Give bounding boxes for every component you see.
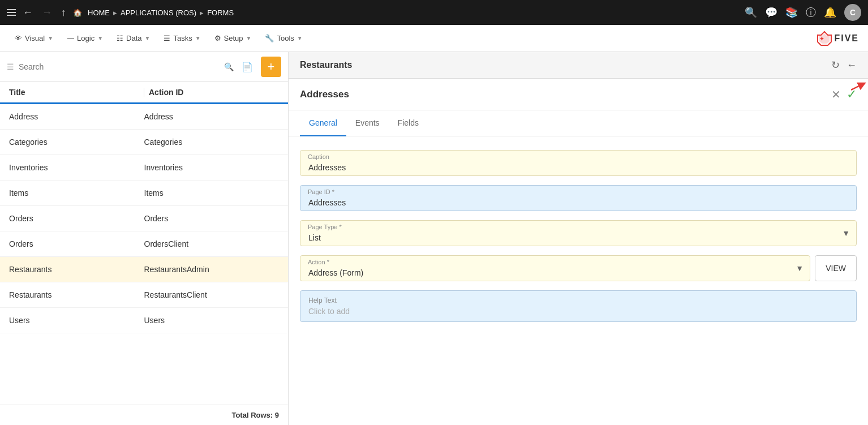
nav-tools[interactable]: 🔧 Tools ▼ [259,31,308,46]
svg-text:✦: ✦ [819,36,824,42]
eye-icon: 👁 [15,34,22,42]
left-panel: ☰ 🔍 📄 + Title Action ID Address Address … [0,52,289,425]
search-bar: ☰ 🔍 📄 + [0,52,288,82]
search-input[interactable] [19,62,220,71]
action-field: Address (Form) Action * ▼ VIEW [300,255,857,281]
breadcrumb: 🏠 HOME ▸ APPLICATIONS (ROS) ▸ FORMS [73,8,740,17]
five-logo-icon: ✦ [817,31,832,46]
chat-icon[interactable]: 💬 [765,6,777,19]
action-field-with-button: Address (Form) Action * ▼ VIEW [300,255,857,281]
setup-dropdown-arrow: ▼ [246,35,252,41]
breadcrumb-forms[interactable]: FORMS [207,8,234,17]
page-type-field: List Page Type * ▼ [300,220,857,246]
form-panel: Addresses ✕ ✓ [289,79,868,425]
avatar[interactable]: C [844,4,861,21]
svg-line-3 [851,84,862,90]
tab-events[interactable]: Events [346,110,389,136]
total-rows: Total Rows: 9 [231,411,279,419]
notifications-icon[interactable]: 🔔 [824,6,836,19]
secondary-navigation: 👁 Visual ▼ ⸻ Logic ▼ ☷ Data ▼ ☰ Tasks ▼ … [0,25,868,52]
table-row[interactable]: Address Address [0,104,288,130]
table-row[interactable]: Inventories Inventories [0,155,288,181]
visual-dropdown-arrow: ▼ [48,35,53,41]
table-header: Title Action ID [0,82,288,104]
row-title: Inventories [9,163,144,172]
form-content: Caption Page ID * List [289,136,868,425]
main-container: ☰ 🔍 📄 + Title Action ID Address Address … [0,52,868,425]
red-arrow-indicator [851,81,868,98]
table-body: Address Address Categories Categories In… [0,104,288,405]
right-panel: Restaurants ↻ ← Addresses ✕ ✓ [289,52,868,425]
caption-input[interactable] [300,150,857,176]
nav-tasks[interactable]: ☰ Tasks ▼ [158,31,206,46]
filter-icon: ☰ [7,62,14,71]
row-title: Categories [9,138,144,147]
nav-data[interactable]: ☷ Data ▼ [111,31,156,46]
help-text-area[interactable]: Help Text Click to add [300,290,857,322]
row-action-id: RestaurantsClient [144,290,280,299]
back-button[interactable]: ← [20,5,35,21]
row-action-id: Categories [144,138,280,147]
header-icons: ↻ ← [831,59,857,71]
table-row[interactable]: Items Items [0,181,288,206]
row-title: Orders [9,214,144,223]
add-button[interactable]: + [261,57,281,77]
page-id-field: Page ID * [300,185,857,211]
row-action-id: Orders [144,214,280,223]
top-nav-right: 🔍 💬 📚 ⓘ 🔔 C [745,4,861,21]
tab-fields[interactable]: Fields [389,110,428,136]
breadcrumb-applications[interactable]: APPLICATIONS (ROS) [121,8,196,17]
form-panel-actions: ✕ ✓ [831,87,857,102]
help-icon[interactable]: ⓘ [806,6,816,19]
row-action-id: RestaurantsAdmin [144,265,280,274]
table-row[interactable]: Users Users [0,308,288,333]
up-button[interactable]: ↑ [59,5,68,21]
forward-button[interactable]: → [40,5,54,21]
refresh-icon[interactable]: ↻ [831,59,840,71]
table-row-selected[interactable]: Restaurants RestaurantsAdmin [0,257,288,282]
row-title: Restaurants [9,265,144,274]
page-id-input[interactable] [300,185,857,211]
search-global-icon[interactable]: 🔍 [745,6,757,19]
right-panel-header: Restaurants ↻ ← [289,52,868,79]
logic-dropdown-arrow: ▼ [97,35,103,41]
table-row[interactable]: Restaurants RestaurantsClient [0,282,288,308]
column-action-header: Action ID [149,88,279,97]
table-row[interactable]: Orders OrdersClient [0,231,288,257]
form-panel-title: Addresses [300,89,831,100]
help-text-value: Click to add [308,307,848,316]
library-icon[interactable]: 📚 [785,6,798,19]
nav-logic[interactable]: ⸻ Logic ▼ [61,31,109,46]
panel-title: Restaurants [300,60,831,70]
data-dropdown-arrow: ▼ [145,35,151,41]
nav-visual[interactable]: 👁 Visual ▼ [9,31,59,46]
row-action-id: Items [144,188,280,198]
row-action-id: Address [144,112,280,121]
nav-setup[interactable]: ⚙ Setup ▼ [209,31,257,46]
tab-general[interactable]: General [300,110,346,136]
row-title: Orders [9,239,144,248]
table-footer: Total Rows: 9 [0,405,288,425]
page-type-select[interactable]: List [300,220,857,246]
row-title: Address [9,112,144,121]
top-navigation: ← → ↑ 🏠 HOME ▸ APPLICATIONS (ROS) ▸ FORM… [0,0,868,25]
tools-dropdown-arrow: ▼ [297,35,303,41]
view-button[interactable]: VIEW [815,255,857,281]
search-icon[interactable]: 🔍 [224,62,234,71]
row-action-id: Users [144,316,280,325]
logic-icon: ⸻ [67,34,74,42]
document-icon[interactable]: 📄 [242,62,253,72]
table-row[interactable]: Orders Orders [0,206,288,231]
data-icon: ☷ [117,34,123,42]
table-row[interactable]: Categories Categories [0,130,288,155]
action-select[interactable]: Address (Form) [300,255,810,281]
breadcrumb-home[interactable]: HOME [88,8,110,17]
column-divider [144,88,144,97]
confirm-form-button[interactable]: ✓ [846,87,857,102]
row-title: Users [9,316,144,325]
close-form-button[interactable]: ✕ [831,88,841,101]
tools-icon: 🔧 [265,34,274,42]
row-title: Items [9,188,144,198]
menu-icon[interactable] [7,9,16,16]
back-panel-icon[interactable]: ← [846,59,857,71]
